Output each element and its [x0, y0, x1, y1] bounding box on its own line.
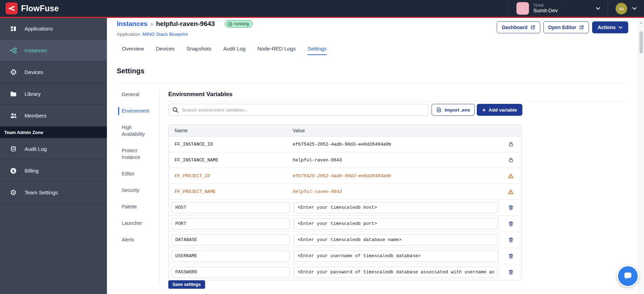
sidebar-item-team-settings[interactable]: ⚙ Team Settings	[0, 182, 107, 203]
env-var-value-input[interactable]	[293, 267, 498, 278]
env-var-name: FF_PROJECT_NAME	[169, 189, 293, 194]
lock-icon	[500, 141, 521, 147]
team-avatar	[516, 2, 529, 15]
env-var-value: efb75425-2852-4adb-90d3-ee0d26494a0b	[293, 142, 500, 147]
warning-icon	[500, 189, 521, 194]
env-var-value: helpful-raven-9643	[293, 158, 500, 163]
sidebar-item-applications[interactable]: Applications	[0, 18, 107, 40]
actions-button-label: Actions	[598, 25, 616, 30]
env-var-value: efb75425-2852-4adb-90d3-ee0d26494a0b	[293, 173, 500, 179]
subnav-environment[interactable]: Environment	[118, 107, 151, 115]
env-var-name-input[interactable]	[171, 267, 290, 278]
divider	[168, 101, 628, 101]
search-box	[168, 104, 428, 116]
env-var-value: helpful-raven-9643	[293, 189, 500, 194]
dashboard-button[interactable]: Dashboard	[497, 21, 540, 33]
breadcrumb-instances-link[interactable]: Instances	[117, 20, 148, 28]
delete-variable-button[interactable]	[508, 220, 514, 227]
team-selector[interactable]: TEAM: Sumit-Dev	[508, 0, 608, 17]
vertical-scrollbar[interactable]: ▲	[638, 18, 644, 294]
import-file-icon	[436, 107, 442, 113]
env-var-name-input[interactable]	[171, 250, 290, 262]
tab-node-red-logs[interactable]: Node-RED Logs	[257, 46, 296, 55]
sidebar-item-members[interactable]: Members	[0, 105, 107, 127]
search-icon	[172, 107, 178, 113]
add-variable-button[interactable]: + Add variable	[477, 104, 522, 116]
instances-icon	[9, 46, 18, 55]
table-row	[169, 216, 521, 232]
delete-variable-button[interactable]	[508, 269, 514, 276]
delete-variable-button[interactable]	[508, 253, 514, 260]
scrollbar-thumb[interactable]	[639, 31, 643, 54]
subnav-high-availability[interactable]: High Availability	[118, 123, 151, 138]
subnav-editor[interactable]: Editor	[118, 170, 151, 178]
delete-variable-button[interactable]	[508, 236, 514, 243]
subnav-launcher[interactable]: Launcher	[118, 219, 151, 227]
actions-button[interactable]: Actions	[592, 21, 628, 33]
env-var-name-input[interactable]	[171, 234, 290, 246]
env-var-name: FF_INSTANCE_ID	[169, 142, 293, 147]
subnav-general[interactable]: General	[118, 91, 151, 99]
table-row	[169, 200, 521, 216]
application-link[interactable]: MIND Stack Blueprint	[143, 32, 188, 37]
chat-launcher[interactable]	[617, 265, 639, 287]
sidebar: Applications Instances Devices	[0, 18, 107, 294]
dollar-circle-icon: $	[9, 167, 18, 175]
instance-tabs: Overview Devices Snapshots Audit Log Nod…	[122, 46, 327, 55]
subnav-security[interactable]: Security	[118, 186, 151, 194]
subnav-alerts[interactable]: Alerts	[118, 236, 151, 244]
flowfuse-logo-icon	[6, 2, 18, 14]
devices-icon	[9, 68, 18, 76]
sidebar-item-label: Audit Log	[25, 146, 47, 152]
topbar-right: TEAM: Sumit-Dev su	[508, 0, 642, 17]
sidebar-item-label: Applications	[25, 26, 53, 32]
sidebar-item-instances[interactable]: Instances	[0, 40, 107, 61]
environment-variables-title: Environment Variables	[168, 91, 232, 98]
env-var-name-input[interactable]	[171, 218, 290, 229]
settings-subnav: General Environment High Availability Pr…	[118, 91, 155, 252]
env-var-name: FF_PROJECT_ID	[169, 173, 293, 179]
svg-text:$: $	[12, 168, 15, 173]
tab-snapshots[interactable]: Snapshots	[187, 46, 211, 55]
open-editor-button[interactable]: Open Editor	[543, 21, 589, 33]
dashboard-button-label: Dashboard	[502, 25, 527, 30]
scroll-up-arrow[interactable]: ▲	[638, 21, 644, 24]
lock-icon	[500, 157, 521, 163]
add-variable-button-label: Add variable	[489, 107, 517, 113]
delete-variable-button[interactable]	[508, 204, 514, 211]
users-icon	[9, 112, 18, 120]
sidebar-item-label: Billing	[25, 168, 39, 174]
sidebar-item-audit-log[interactable]: Audit Log	[0, 138, 107, 160]
table-row: FF_PROJECT_NAME helpful-raven-9643	[169, 184, 521, 200]
column-header-value: Value	[293, 128, 500, 133]
flowfuse-logo[interactable]: FlowFuse	[6, 2, 59, 14]
env-var-value-input[interactable]	[293, 202, 498, 213]
user-menu[interactable]: su	[608, 3, 642, 14]
tab-audit-log[interactable]: Audit Log	[223, 46, 245, 55]
subnav-palette[interactable]: Palette	[118, 203, 151, 211]
sidebar-item-library[interactable]: Library	[0, 83, 107, 105]
tab-settings[interactable]: Settings	[307, 46, 326, 55]
search-input[interactable]	[181, 107, 425, 113]
database-icon	[9, 145, 18, 153]
env-var-name-input[interactable]	[171, 202, 290, 213]
sidebar-item-billing[interactable]: $ Billing	[0, 160, 107, 182]
save-settings-button[interactable]: Save settings	[168, 280, 205, 289]
env-var-value-input[interactable]	[293, 218, 498, 229]
play-circle-icon	[228, 22, 232, 26]
env-var-value-input[interactable]	[293, 234, 498, 246]
table-row	[169, 264, 521, 280]
user-avatar: su	[616, 3, 627, 14]
page: FlowFuse TEAM: Sumit-Dev su	[0, 0, 644, 294]
table-row: FF_INSTANCE_ID efb75425-2852-4adb-90d3-e…	[169, 136, 521, 152]
warning-icon	[500, 173, 521, 179]
subnav-protect-instance[interactable]: Protect Instance	[118, 147, 151, 161]
env-var-value-input[interactable]	[293, 250, 498, 262]
sidebar-item-devices[interactable]: Devices	[0, 61, 107, 83]
status-badge: running	[225, 20, 253, 28]
tab-overview[interactable]: Overview	[122, 46, 144, 55]
team-label: TEAM:	[533, 3, 558, 7]
import-env-button[interactable]: Import .env	[432, 104, 475, 116]
tab-devices[interactable]: Devices	[156, 46, 175, 55]
gear-icon: ⚙	[9, 188, 18, 197]
